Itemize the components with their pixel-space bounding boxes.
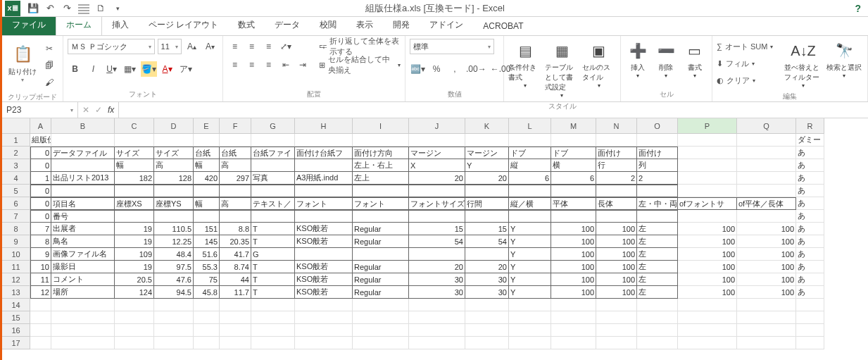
cell-D15[interactable] (154, 311, 194, 324)
wrap-text-button[interactable]: ⮓折り返して全体を表示する (319, 39, 401, 54)
cell-G5[interactable] (251, 185, 295, 197)
cell-P8[interactable]: 100 (678, 223, 737, 235)
cell-H15[interactable] (295, 311, 353, 324)
cell-G1[interactable] (251, 134, 295, 147)
cell-G8[interactable]: T (251, 223, 295, 235)
percent-button[interactable]: % (429, 61, 444, 77)
cell-Q12[interactable]: 100 (737, 273, 796, 286)
cell-M17[interactable] (551, 337, 596, 349)
undo-icon[interactable]: ↶ (44, 3, 56, 14)
cell-O14[interactable] (637, 299, 678, 311)
fill-color-button[interactable]: 🪣▾ (141, 61, 157, 77)
cell-F8[interactable]: 8.8 (220, 223, 251, 235)
decrease-indent-icon[interactable]: ⇤ (278, 57, 294, 73)
cell-E3[interactable]: 幅 (194, 159, 220, 172)
cell-C5[interactable] (115, 185, 154, 197)
help-icon[interactable]: ? (855, 3, 861, 14)
cell-L10[interactable]: Y (509, 248, 551, 261)
cell-N15[interactable] (596, 311, 637, 324)
cell-L4[interactable]: 6 (509, 172, 551, 185)
cell-J1[interactable] (409, 134, 465, 147)
cell-E6[interactable]: 幅 (194, 197, 220, 210)
cell-D13[interactable]: 94.5 (154, 286, 194, 299)
copy-icon[interactable]: 🗐 (42, 58, 57, 73)
column-header-R[interactable]: R (796, 118, 824, 134)
cell-K16[interactable] (465, 324, 509, 337)
row-header-8[interactable]: 8 (2, 223, 30, 235)
tab-formulas[interactable]: 数式 (228, 16, 265, 35)
cell-I15[interactable] (353, 311, 409, 324)
select-all-triangle[interactable] (2, 118, 30, 134)
cell-K10[interactable] (465, 248, 509, 261)
cell-O5[interactable] (637, 185, 678, 197)
cell-D5[interactable] (154, 185, 194, 197)
cell-G9[interactable]: T (251, 235, 295, 248)
cell-L11[interactable]: Y (509, 261, 551, 273)
cell-Q5[interactable] (737, 185, 796, 197)
tab-view[interactable]: 表示 (346, 16, 383, 35)
bold-button[interactable]: B (68, 61, 83, 77)
cell-J7[interactable] (409, 210, 465, 223)
cell-Q17[interactable] (737, 337, 796, 349)
format-cells-button[interactable]: ▭書式▾ (682, 39, 707, 79)
cell-E11[interactable]: 55.3 (194, 261, 220, 273)
cell-A13[interactable]: 12 (30, 286, 51, 299)
formula-input[interactable] (119, 102, 868, 118)
cell-D3[interactable]: 高 (154, 159, 194, 172)
tab-page-layout[interactable]: ページ レイアウト (139, 16, 228, 35)
cell-J16[interactable] (409, 324, 465, 337)
cell-D17[interactable] (154, 337, 194, 349)
new-doc-icon[interactable]: 🗋 (95, 3, 106, 14)
cell-G14[interactable] (251, 299, 295, 311)
cell-F7[interactable] (220, 210, 251, 223)
cell-C17[interactable] (115, 337, 154, 349)
cell-F2[interactable]: 台紙 (220, 147, 251, 159)
cell-M16[interactable] (551, 324, 596, 337)
cell-J17[interactable] (409, 337, 465, 349)
cell-N11[interactable]: 100 (596, 261, 637, 273)
paste-dropdown-icon[interactable]: ▾ (21, 77, 24, 83)
row-header-5[interactable]: 5 (2, 185, 30, 197)
cell-H6[interactable]: フォント (295, 197, 353, 210)
tab-addin[interactable]: アドイン (420, 16, 473, 35)
cell-A6[interactable]: 0 (30, 197, 51, 210)
cell-H16[interactable] (295, 324, 353, 337)
find-select-button[interactable]: 🔭検索と選択▾ (825, 39, 863, 79)
cell-A2[interactable]: 0 (30, 147, 51, 159)
cell-M11[interactable]: 100 (551, 261, 596, 273)
tab-home[interactable]: ホーム (56, 15, 102, 35)
align-left-icon[interactable]: ≡ (227, 57, 243, 73)
cell-E16[interactable] (194, 324, 220, 337)
cell-I2[interactable]: 面付け方向 (353, 147, 409, 159)
cell-A17[interactable] (30, 337, 51, 349)
cell-J4[interactable]: 20 (409, 172, 465, 185)
cell-K3[interactable]: Y (465, 159, 509, 172)
cell-R10[interactable]: あ (796, 248, 824, 261)
comma-button[interactable]: , (447, 61, 463, 77)
column-header-L[interactable]: L (509, 118, 551, 134)
cell-O1[interactable] (637, 134, 678, 147)
cell-F17[interactable] (220, 337, 251, 349)
increase-decimal-button[interactable]: .00→ (465, 61, 487, 77)
cell-M3[interactable]: 横 (551, 159, 596, 172)
cell-E17[interactable] (194, 337, 220, 349)
cell-R12[interactable]: あ (796, 273, 824, 286)
cell-B5[interactable] (51, 185, 115, 197)
fill-button[interactable]: ⬇フィル▾ (717, 56, 781, 71)
cell-Q10[interactable]: 100 (737, 248, 796, 261)
enter-formula-icon[interactable]: ✓ (95, 105, 102, 115)
cell-K11[interactable]: 20 (465, 261, 509, 273)
cell-P14[interactable] (678, 299, 737, 311)
cell-O11[interactable]: 左 (637, 261, 678, 273)
underline-button[interactable]: U▾ (104, 61, 120, 77)
cell-D6[interactable]: 座標YS (154, 197, 194, 210)
cell-P11[interactable]: 100 (678, 261, 737, 273)
cell-E1[interactable] (194, 134, 220, 147)
cell-Q6[interactable]: of平体／長体 (737, 197, 796, 210)
cell-G4[interactable]: 写真 (251, 172, 295, 185)
cell-G12[interactable]: T (251, 273, 295, 286)
cell-N4[interactable]: 2 (596, 172, 637, 185)
cell-B3[interactable] (51, 159, 115, 172)
cell-I3[interactable]: 左上・右上 (353, 159, 409, 172)
cell-I4[interactable]: 左上 (353, 172, 409, 185)
